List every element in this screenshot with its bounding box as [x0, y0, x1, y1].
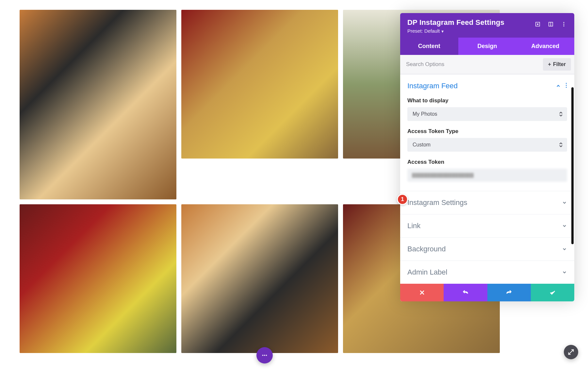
section-instagram-feed: Instagram Feed What to display My Photos	[400, 74, 574, 191]
select-value: Custom	[413, 142, 431, 147]
svg-point-12	[262, 355, 264, 356]
more-options-icon[interactable]	[559, 19, 569, 29]
panel-header-actions	[532, 19, 569, 29]
responsive-view-icon[interactable]	[546, 19, 556, 29]
gallery-image[interactable]	[20, 10, 176, 199]
gallery-image[interactable]	[181, 204, 338, 353]
expand-settings-icon[interactable]	[532, 19, 543, 29]
tab-design[interactable]: Design	[458, 38, 516, 55]
chevron-down-icon	[562, 270, 567, 275]
scrollbar-thumb[interactable]	[571, 87, 574, 244]
sort-icon	[559, 143, 563, 147]
search-options-input[interactable]	[406, 61, 543, 68]
access-token-input[interactable]	[407, 169, 567, 182]
section-link: Link	[400, 214, 574, 237]
section-header[interactable]: Instagram Feed	[400, 75, 574, 97]
panel-body[interactable]: Instagram Feed What to display My Photos	[400, 74, 574, 284]
svg-point-14	[266, 355, 267, 356]
section-title: Background	[407, 245, 446, 253]
section-header[interactable]: Link	[400, 214, 574, 237]
chevron-up-icon	[556, 83, 561, 89]
sort-icon	[559, 112, 563, 116]
section-header[interactable]: Background	[400, 238, 574, 261]
section-title: Link	[407, 222, 420, 230]
section-header[interactable]: Instagram Settings	[400, 191, 574, 214]
field-label-token-type: Access Token Type	[407, 128, 567, 135]
expand-fullscreen-fab[interactable]	[564, 345, 578, 359]
settings-tabs: Content Design Advanced	[400, 38, 574, 55]
svg-point-6	[564, 25, 564, 26]
page-actions-fab[interactable]	[256, 347, 273, 363]
chevron-down-icon	[562, 223, 567, 228]
select-what-to-display[interactable]: My Photos	[407, 107, 567, 121]
svg-point-7	[566, 83, 567, 84]
section-admin-label: Admin Label	[400, 261, 574, 284]
undo-button[interactable]	[444, 284, 487, 301]
svg-point-1	[537, 24, 538, 25]
svg-point-5	[564, 24, 564, 25]
tab-advanced[interactable]: Advanced	[516, 38, 574, 55]
select-token-type[interactable]: Custom	[407, 138, 567, 152]
gallery-image[interactable]	[20, 204, 176, 353]
panel-footer	[400, 284, 574, 301]
gallery-image[interactable]	[181, 10, 338, 159]
svg-point-8	[566, 85, 567, 86]
section-title: Instagram Settings	[407, 198, 467, 207]
field-label-access-token: Access Token	[407, 159, 567, 165]
select-value: My Photos	[413, 111, 437, 117]
filter-button[interactable]: + Filter	[543, 58, 571, 71]
annotation-badge-1: 1	[397, 194, 408, 205]
section-menu-icon[interactable]	[565, 82, 567, 90]
section-title: Admin Label	[407, 268, 447, 277]
cancel-button[interactable]	[400, 284, 444, 301]
panel-header[interactable]: DP Instagram Feed Settings Preset: Defau…	[400, 13, 574, 38]
preset-label: Preset: Default	[407, 28, 440, 34]
redo-button[interactable]	[487, 284, 531, 301]
section-instagram-settings: Instagram Settings	[400, 191, 574, 214]
caret-down-icon: ▼	[441, 29, 444, 33]
field-label-what-to-display: What to display	[407, 97, 567, 104]
svg-point-4	[564, 22, 564, 23]
svg-point-13	[264, 355, 265, 356]
module-settings-panel: DP Instagram Feed Settings Preset: Defau…	[400, 13, 574, 301]
section-header[interactable]: Admin Label	[400, 261, 574, 284]
filter-label: Filter	[553, 61, 566, 67]
chevron-down-icon	[562, 246, 567, 252]
section-content: What to display My Photos Access Token T…	[400, 97, 574, 191]
save-button[interactable]	[531, 284, 574, 301]
section-title: Instagram Feed	[407, 82, 458, 90]
section-background: Background	[400, 237, 574, 261]
plus-icon: +	[548, 61, 551, 67]
search-filter-row: + Filter	[400, 55, 574, 74]
chevron-down-icon	[562, 200, 567, 205]
svg-point-9	[566, 87, 567, 88]
tab-content[interactable]: Content	[400, 38, 458, 55]
